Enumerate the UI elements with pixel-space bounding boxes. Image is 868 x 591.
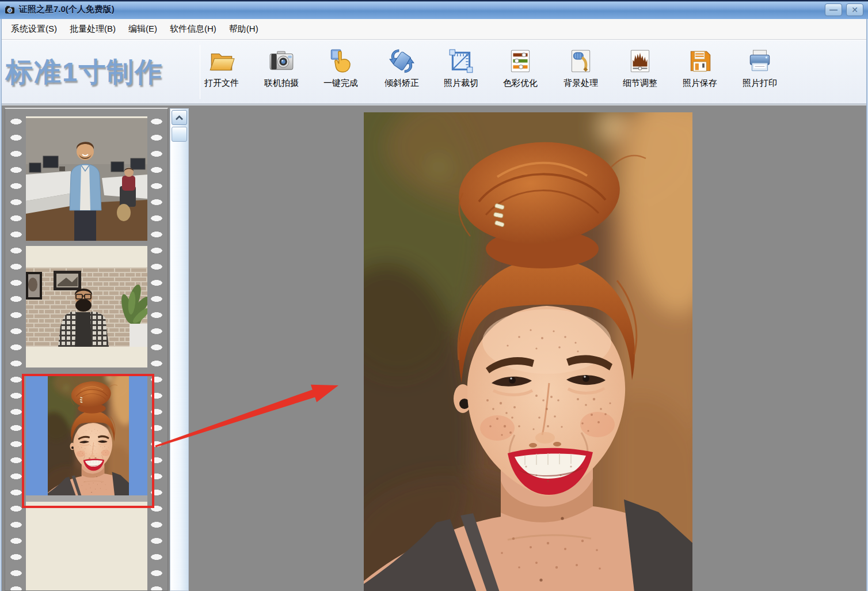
menu-item-help[interactable]: 帮助(H) — [223, 21, 265, 37]
color-optimize-button[interactable]: 色彩优化 — [492, 47, 549, 89]
mode-title-label: 标准1寸制作 — [6, 54, 163, 90]
chevron-up-icon — [174, 115, 184, 121]
menu-item-software-info[interactable]: 软件信息(H) — [163, 21, 223, 37]
one-click-hand-icon — [327, 47, 355, 75]
scrollbar-thumb[interactable] — [172, 127, 187, 142]
app-camera-icon — [5, 5, 15, 15]
film-frame-divider — [26, 495, 147, 502]
color-sliders-icon — [507, 47, 534, 75]
minimize-button[interactable]: — — [825, 3, 842, 16]
printer-icon — [746, 47, 774, 75]
thumbnail-brick-wall-photo[interactable] — [26, 246, 147, 368]
histogram-icon — [626, 47, 654, 75]
titlebar: 证照之星7.0(个人免费版) — ✕ — [0, 0, 868, 19]
tilt-correction-button[interactable]: 倾斜矫正 — [373, 47, 431, 89]
window-title: 证照之星7.0(个人免费版) — [19, 4, 115, 15]
tilt-correct-icon — [388, 47, 416, 75]
tethered-capture-button[interactable]: 联机拍摄 — [253, 47, 310, 89]
camera-icon — [268, 47, 295, 75]
menu-item-edit[interactable]: 编辑(E) — [122, 21, 163, 37]
thumbnail-selected-portrait[interactable] — [26, 374, 147, 495]
filmstrip-scrollbar[interactable] — [170, 108, 189, 591]
window-left-edge — [0, 19, 2, 591]
crop-photo-button[interactable]: 照片裁切 — [432, 47, 490, 89]
folder-open-icon — [208, 47, 235, 75]
main-photo-preview[interactable] — [364, 112, 692, 591]
film-perforations-right — [150, 113, 163, 590]
crop-icon — [447, 47, 475, 75]
menu-item-system-settings[interactable]: 系统设置(S) — [5, 21, 63, 37]
background-process-button[interactable]: 背景处理 — [552, 47, 610, 89]
thumbnail-blank-frame[interactable] — [26, 502, 147, 590]
save-disk-icon — [686, 47, 714, 75]
one-click-finish-button[interactable]: 一键完成 — [312, 47, 370, 89]
detail-adjust-button[interactable]: 细节调整 — [611, 47, 669, 89]
thumbnail-office-photo[interactable] — [26, 116, 147, 241]
open-file-button[interactable]: 打开文件 — [193, 47, 250, 89]
toolbar: 标准1寸制作 打开文件 联机拍摄 一键完成 倾斜矫正 照片裁切 — [0, 40, 868, 104]
menu-item-batch-process[interactable]: 批量处理(B) — [63, 21, 122, 37]
film-perforations-left — [10, 113, 22, 590]
workspace — [0, 104, 868, 591]
print-photo-button[interactable]: 照片打印 — [731, 47, 789, 89]
scroll-up-button[interactable] — [172, 110, 187, 125]
menubar: 系统设置(S) 批量处理(B) 编辑(E) 软件信息(H) 帮助(H) — [0, 19, 868, 40]
close-button[interactable]: ✕ — [846, 3, 863, 16]
save-photo-button[interactable]: 照片保存 — [671, 47, 729, 89]
paint-roller-icon — [567, 47, 595, 75]
filmstrip-panel — [5, 108, 168, 591]
